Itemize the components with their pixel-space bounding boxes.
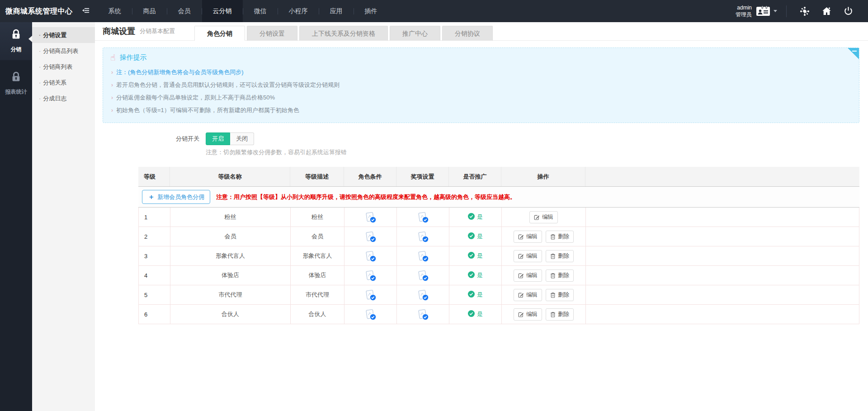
delete-button[interactable]: 删除 — [546, 269, 574, 282]
cell-level-name: 合伙人 — [170, 305, 291, 324]
bullet-dot: · — [39, 47, 41, 54]
role-condition-icon[interactable] — [344, 227, 397, 246]
top-menu-item-4[interactable]: 微信 — [243, 0, 278, 22]
table-row: 3 形象代言人 形象代言人 是 编辑删除 — [138, 246, 859, 266]
tip-arrow-icon: › — [111, 94, 113, 101]
home-icon[interactable] — [816, 6, 838, 17]
tab-4[interactable]: 分销协议 — [442, 26, 493, 41]
sidebar-item-1[interactable]: ·分销商品列表 — [32, 43, 95, 59]
top-menu-item-5[interactable]: 小程序 — [278, 0, 319, 22]
tab-1[interactable]: 分销设置 — [247, 26, 297, 41]
award-setting-icon[interactable] — [397, 208, 449, 227]
top-menu-item-1[interactable]: 商品 — [132, 0, 167, 22]
cell-actions: 编辑 — [502, 208, 586, 227]
plus-icon: ＋ — [148, 193, 155, 201]
cell-level-name: 体验店 — [170, 266, 291, 285]
role-condition-icon[interactable] — [344, 208, 397, 227]
bullet-dot: · — [39, 79, 41, 86]
award-setting-icon[interactable] — [397, 227, 449, 246]
award-setting-icon[interactable] — [397, 285, 449, 304]
top-menu-item-2[interactable]: 会员 — [167, 0, 202, 22]
switch-on-button[interactable]: 开启 — [206, 132, 230, 145]
add-role-button[interactable]: ＋ 新增会员角色分佣 — [142, 190, 210, 204]
table-row: 6 合伙人 合伙人 是 编辑删除 — [138, 305, 859, 324]
power-icon[interactable] — [838, 6, 859, 16]
main-panel: ☝ 操作提示 ›注：(角色分销新增角色将会与会员等级角色同步) ›若开启角色分销… — [95, 41, 868, 411]
delete-button[interactable]: 删除 — [546, 250, 574, 262]
green-check-icon — [468, 271, 475, 279]
cell-promote: 是 — [449, 246, 502, 265]
sidebar-item-3[interactable]: ·分销关系 — [32, 75, 95, 90]
table-note-row: ＋ 新增会员角色分佣 注意：用户按照【等级】从小到大的顺序升级，请按照角色的高级… — [138, 187, 859, 208]
page-title: 商城设置 — [103, 26, 135, 37]
cell-level-name: 会员 — [170, 227, 291, 246]
tips-collapse-corner[interactable] — [848, 48, 859, 59]
delete-button[interactable]: 删除 — [546, 308, 574, 321]
delete-button[interactable]: 删除 — [546, 289, 574, 301]
sidebar-item-2[interactable]: ·分销商列表 — [32, 59, 95, 75]
cell-level-desc: 会员 — [291, 227, 344, 246]
edit-button[interactable]: 编辑 — [514, 269, 542, 282]
cell-level-name: 形象代言人 — [170, 246, 291, 265]
minus-icon — [852, 51, 857, 52]
col-header-blank — [585, 167, 859, 186]
cell-actions: 编辑删除 — [502, 266, 586, 285]
switch-off-button[interactable]: 关闭 — [230, 132, 254, 145]
cell-blank — [586, 208, 859, 227]
cell-actions: 编辑删除 — [502, 227, 586, 246]
module-rail: 分销 报表统计 — [0, 22, 32, 411]
tab-0[interactable]: 角色分销 — [194, 26, 245, 41]
cell-level-name: 市代代理 — [170, 285, 291, 304]
cell-level-desc: 形象代言人 — [291, 246, 344, 265]
shortcuts-network-icon[interactable] — [794, 6, 816, 17]
sidebar-item-4[interactable]: ·分成日志 — [32, 90, 95, 106]
tip-item-0: ›注：(角色分销新增角色将会与会员等级角色同步) — [110, 66, 852, 79]
tab-2[interactable]: 上下线关系及分销资格 — [299, 26, 388, 41]
rail-item-0[interactable]: 分销 — [0, 22, 32, 60]
award-setting-icon[interactable] — [397, 305, 449, 324]
delete-button[interactable]: 删除 — [546, 231, 574, 243]
edit-button[interactable]: 编辑 — [514, 289, 542, 301]
cell-promote: 是 — [449, 208, 502, 227]
award-setting-icon[interactable] — [397, 246, 449, 265]
col-header-4: 奖项设置 — [396, 167, 449, 186]
rail-item-1[interactable]: 报表统计 — [0, 65, 32, 103]
chevron-down-icon — [774, 10, 777, 12]
col-header-3: 角色条件 — [344, 167, 396, 186]
topbar-divider — [786, 5, 787, 17]
edit-button[interactable]: 编辑 — [529, 211, 558, 223]
edit-button[interactable]: 编辑 — [514, 308, 542, 321]
user-name: admin — [736, 5, 752, 11]
tip-arrow-icon: › — [111, 107, 113, 113]
top-menu-item-3[interactable]: 云分销 — [202, 0, 243, 22]
topbar: 微商城系统管理中心 系统商品会员云分销微信小程序应用插件 admin 管理员 — [0, 0, 868, 22]
table-row: 5 市代代理 市代代理 是 编辑删除 — [138, 285, 859, 305]
edit-button[interactable]: 编辑 — [514, 250, 542, 262]
role-condition-icon[interactable] — [344, 305, 397, 324]
sidebar-collapse-button[interactable] — [79, 0, 98, 22]
top-menu-item-7[interactable]: 插件 — [354, 0, 388, 22]
top-menu-item-0[interactable]: 系统 — [98, 0, 132, 22]
role-condition-icon[interactable] — [344, 285, 397, 304]
user-role: 管理员 — [736, 11, 752, 18]
user-info[interactable]: admin 管理员 — [736, 5, 777, 18]
tab-bar: 角色分销分销设置上下线关系及分销资格推广中心分销协议 — [194, 26, 495, 41]
col-header-0: 等级 — [138, 167, 170, 186]
table-row: 2 会员 会员 是 编辑删除 — [138, 227, 859, 246]
cell-blank — [586, 246, 859, 265]
role-condition-icon[interactable] — [344, 266, 397, 285]
switch-note: 注意：切勿频繁修改分佣参数，容易引起系统运算报错 — [206, 148, 347, 156]
page-subtitle: 分销基本配置 — [140, 27, 175, 35]
tab-3[interactable]: 推广中心 — [390, 26, 440, 41]
top-menu-item-6[interactable]: 应用 — [319, 0, 354, 22]
sidebar-item-0[interactable]: ·分销设置 — [32, 27, 95, 43]
col-header-5: 是否推广 — [449, 167, 501, 186]
role-condition-icon[interactable] — [344, 246, 397, 265]
id-card-icon — [756, 5, 770, 17]
cell-actions: 编辑删除 — [502, 285, 586, 304]
green-check-icon — [468, 232, 475, 241]
cell-level-name: 粉丝 — [170, 208, 291, 227]
award-setting-icon[interactable] — [397, 266, 449, 285]
edit-button[interactable]: 编辑 — [514, 231, 542, 243]
app-logo: 微商城系统管理中心 — [0, 0, 79, 22]
